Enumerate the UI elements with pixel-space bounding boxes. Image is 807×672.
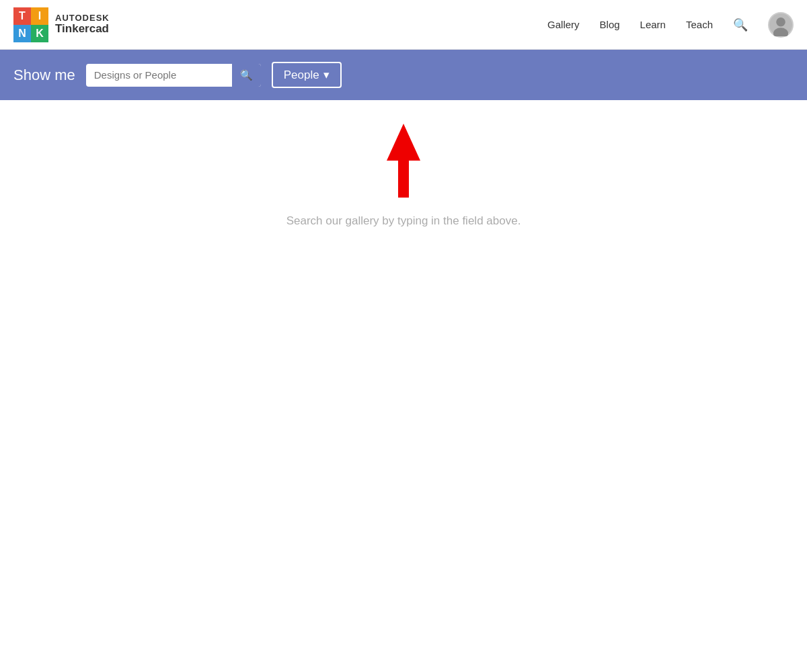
search-bar: Show me 🔍 People ▾ xyxy=(0,50,807,100)
dropdown-arrow-icon: ▾ xyxy=(323,68,330,82)
nav-learn[interactable]: Learn xyxy=(640,19,666,30)
show-me-label: Show me xyxy=(13,67,75,84)
user-avatar[interactable] xyxy=(768,12,794,38)
search-input[interactable] xyxy=(86,64,232,86)
logo-t: T xyxy=(13,7,31,25)
autodesk-label: AUTODESK xyxy=(55,13,110,23)
empty-area xyxy=(0,436,807,672)
nav-gallery[interactable]: Gallery xyxy=(547,19,580,30)
logo-area: T I N K AUTODESK Tinkercad xyxy=(13,7,110,42)
arrow-annotation xyxy=(383,120,424,201)
page-wrapper: T I N K AUTODESK Tinkercad Gallery Blog … xyxy=(0,0,807,672)
logo-k: K xyxy=(31,25,48,42)
logo-i: I xyxy=(31,7,48,25)
search-icon[interactable]: 🔍 xyxy=(733,17,748,32)
gallery-hint: Search our gallery by typing in the fiel… xyxy=(286,214,521,228)
people-dropdown-button[interactable]: People ▾ xyxy=(272,62,342,88)
nav-links: Gallery Blog Learn Teach 🔍 xyxy=(547,12,794,38)
nav-blog[interactable]: Blog xyxy=(600,19,620,30)
people-label: People xyxy=(284,69,319,82)
tinkercad-logo-icon: T I N K xyxy=(13,7,48,42)
top-nav: T I N K AUTODESK Tinkercad Gallery Blog … xyxy=(0,0,807,50)
nav-teach[interactable]: Teach xyxy=(686,19,713,30)
search-submit-button[interactable]: 🔍 xyxy=(232,64,261,87)
main-content: Search our gallery by typing in the fiel… xyxy=(0,100,807,436)
logo-text: AUTODESK Tinkercad xyxy=(55,13,110,36)
search-input-wrapper: 🔍 xyxy=(86,64,261,87)
logo-n: N xyxy=(13,25,31,42)
svg-point-1 xyxy=(776,17,785,26)
tinkercad-label: Tinkercad xyxy=(55,23,110,36)
svg-marker-3 xyxy=(387,124,420,198)
red-arrow-svg xyxy=(383,120,424,201)
